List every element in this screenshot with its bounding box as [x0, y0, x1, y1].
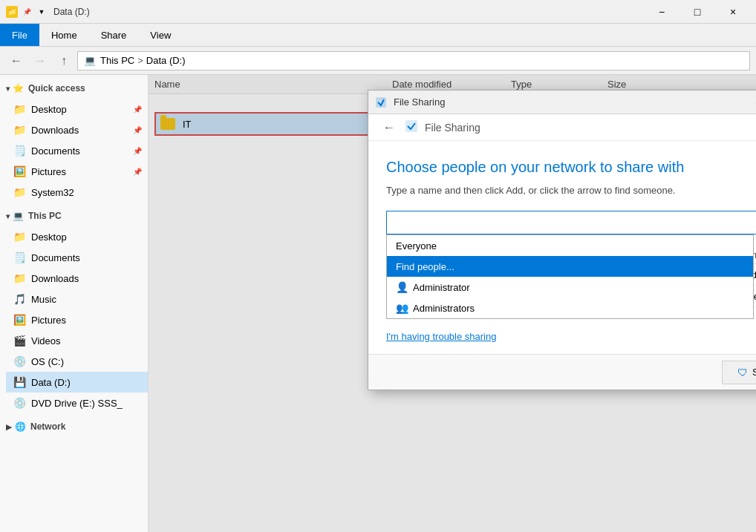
path-part-1[interactable]: This PC [100, 55, 134, 66]
pin-icon: 📌 [21, 6, 33, 18]
label-downloads-qa: Downloads [31, 125, 130, 136]
up-button[interactable]: ↑ [53, 50, 74, 71]
sidebar-item-music-pc[interactable]: 🎵 Music [6, 289, 148, 309]
dropdown-label-find-people: Find people... [396, 261, 454, 272]
label-documents-pc: Documents [31, 252, 142, 263]
share-button[interactable]: 🛡 Share [722, 361, 756, 384]
pin-icon-desktop: 📌 [133, 105, 142, 114]
path-icon: 💻 [84, 55, 96, 66]
folder-icon-pictures: 🖼️ [12, 164, 27, 179]
quick-access-header[interactable]: ▾ ⭐ Quick access [0, 78, 148, 99]
dropdown-item-administrators[interactable]: 👥 Administrators [387, 298, 753, 318]
shield-icon: 🛡 [737, 367, 748, 378]
sidebar-item-documents-qa[interactable]: 🗒️ Documents 📌 [6, 140, 148, 161]
path-part-2[interactable]: Data (D:) [146, 55, 186, 66]
folder-icon-documents-pc: 🗒️ [12, 250, 27, 265]
sidebar-item-desktop-pc[interactable]: 📁 Desktop [6, 226, 148, 247]
dialog-heading: Choose people on your network to share w… [386, 159, 756, 176]
share-button-label: Share [752, 367, 756, 378]
sidebar-item-osc[interactable]: 💿 OS (C:) [6, 351, 148, 372]
title-bar-icons: 📁 📌 ▼ [6, 6, 48, 18]
network-section: ▶ 🌐 Network [0, 416, 148, 437]
maximize-button[interactable]: □ [680, 0, 714, 24]
network-header[interactable]: ▶ 🌐 Network [0, 416, 148, 437]
minimize-button[interactable]: − [645, 0, 679, 24]
this-pc-header[interactable]: ▾ 💻 This PC [0, 206, 148, 226]
dialog-action-bar: 🛡 Share 51Cto博客 [368, 354, 756, 390]
label-desktop-qa: Desktop [31, 104, 130, 115]
dialog-titlebar: File Sharing − □ × [368, 91, 756, 114]
main-layout: ▾ ⭐ Quick access 📁 Desktop 📌 📁 Downloads… [0, 75, 756, 532]
sidebar: ▾ ⭐ Quick access 📁 Desktop 📌 📁 Downloads… [0, 75, 149, 532]
ribbon-tabs: File Home Share View [0, 24, 756, 46]
label-system32-qa: System32 [31, 187, 142, 198]
sidebar-item-desktop-qa[interactable]: 📁 Desktop 📌 [6, 99, 148, 119]
sidebar-item-downloads-pc[interactable]: 📁 Downloads [6, 268, 148, 289]
dropdown-item-find-people[interactable]: Find people... [387, 256, 753, 277]
this-pc-label: This PC [28, 211, 62, 221]
sidebar-item-documents-pc[interactable]: 🗒️ Documents [6, 247, 148, 268]
folder-icon-pictures-pc: 🖼️ [12, 312, 27, 327]
input-wrapper: ▼ Everyone Find people... 👤 [386, 211, 756, 234]
sidebar-item-dvde[interactable]: 💿 DVD Drive (E:) SSS_ [6, 393, 148, 413]
label-dvde: DVD Drive (E:) SSS_ [31, 398, 142, 409]
dropdown-item-everyone[interactable]: Everyone [387, 235, 753, 256]
tab-share[interactable]: Share [89, 24, 139, 46]
dialog-overlay: File Sharing − □ × ← File Sharing [149, 75, 756, 532]
label-datad: Data (D:) [31, 377, 142, 388]
pin-icon-documents: 📌 [133, 147, 142, 155]
network-icon: 🌐 [15, 421, 26, 432]
window-icon: 📁 [6, 6, 18, 18]
share-name-input[interactable] [386, 211, 756, 234]
tab-home[interactable]: Home [39, 24, 89, 46]
dropdown-item-administrator[interactable]: 👤 Administrator [387, 277, 753, 298]
label-pictures-pc: Pictures [31, 315, 142, 326]
share-input-row: ▼ Everyone Find people... 👤 [386, 211, 756, 234]
title-bar: 📁 📌 ▼ Data (D:) − □ × [0, 0, 756, 24]
folder-icon-documents: 🗒️ [12, 143, 27, 158]
trouble-link[interactable]: I'm having trouble sharing [386, 331, 496, 342]
chevron-icon-pc: ▾ [6, 212, 10, 220]
quick-access-section: ▾ ⭐ Quick access 📁 Desktop 📌 📁 Downloads… [0, 78, 148, 203]
back-button[interactable]: ← [6, 50, 27, 71]
dialog-icon [374, 95, 389, 110]
sidebar-item-pictures-qa[interactable]: 🖼️ Pictures 📌 [6, 161, 148, 182]
dialog-nav: ← File Sharing [368, 114, 756, 141]
star-icon: ⭐ [13, 83, 24, 93]
sidebar-item-downloads-qa[interactable]: 📁 Downloads 📌 [6, 119, 148, 140]
svg-rect-1 [405, 120, 417, 132]
ribbon: File Home Share View [0, 24, 756, 47]
dropdown-label-administrator: Administrator [413, 282, 470, 293]
this-pc-items: 📁 Desktop 🗒️ Documents 📁 Downloads 🎵 Mus… [0, 226, 148, 413]
dialog-nav-title: File Sharing [425, 122, 480, 134]
folder-icon: 📁 [12, 102, 27, 116]
sidebar-item-pictures-pc[interactable]: 🖼️ Pictures [6, 309, 148, 330]
dialog-minimize-button[interactable]: − [741, 91, 756, 114]
network-label: Network [30, 421, 65, 432]
sidebar-item-videos-pc[interactable]: 🎬 Videos [6, 330, 148, 351]
sidebar-item-system32-qa[interactable]: 📁 System32 [6, 182, 148, 203]
tab-file[interactable]: File [0, 24, 39, 46]
dialog-footer: I'm having trouble sharing [368, 325, 756, 354]
chevron-icon-net: ▶ [6, 423, 12, 431]
drive-icon-osc: 💿 [12, 354, 27, 369]
folder-icon-desktop-pc: 📁 [12, 229, 27, 244]
dialog-nav-icon [404, 119, 419, 136]
forward-button[interactable]: → [30, 50, 50, 71]
address-path[interactable]: 💻 This PC > Data (D:) [77, 51, 750, 70]
label-documents-qa: Documents [31, 145, 130, 157]
drive-icon-datad: 💾 [12, 375, 27, 390]
label-desktop-pc: Desktop [31, 231, 142, 243]
this-pc-section: ▾ 💻 This PC 📁 Desktop 🗒️ Documents 📁 Dow… [0, 206, 148, 413]
close-button[interactable]: × [716, 0, 750, 24]
dialog-subtext: Type a name and then click Add, or click… [386, 185, 756, 196]
window-title: Data (D:) [53, 7, 90, 17]
chevron-icon: ▾ [6, 85, 10, 93]
tab-view[interactable]: View [138, 24, 183, 46]
sidebar-item-datad[interactable]: 💾 Data (D:) [6, 372, 148, 393]
pc-icon: 💻 [13, 211, 24, 221]
dialog-back-button[interactable]: ← [380, 119, 398, 137]
folder-icon-system32: 📁 [12, 185, 27, 200]
label-pictures-qa: Pictures [31, 166, 130, 177]
quick-access-label: Quick access [28, 83, 85, 93]
